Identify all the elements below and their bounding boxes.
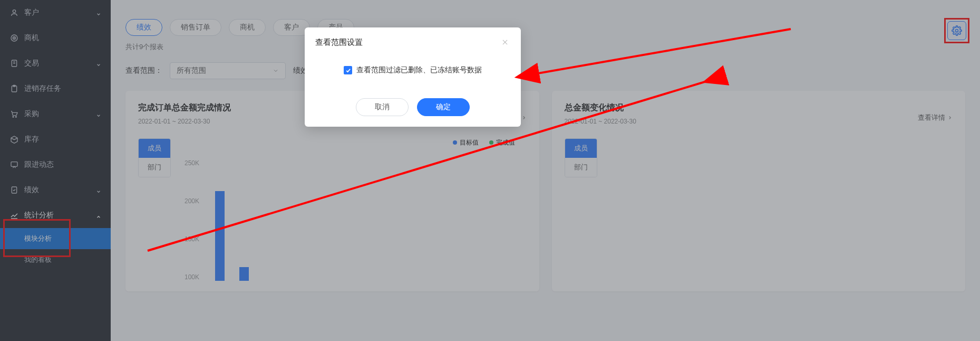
close-icon	[501, 39, 509, 46]
checkbox-label: 查看范围过滤已删除、已冻结账号数据	[356, 65, 482, 75]
modal-header: 查看范围设置	[305, 27, 521, 56]
close-button[interactable]	[500, 37, 510, 48]
filter-checkbox[interactable]	[344, 66, 352, 74]
modal-title: 查看范围设置	[315, 37, 363, 48]
modal-body: 查看范围过滤已删除、已冻结账号数据	[305, 56, 521, 91]
scope-settings-modal: 查看范围设置 查看范围过滤已删除、已冻结账号数据 取消 确定	[305, 27, 521, 127]
confirm-button[interactable]: 确定	[417, 98, 470, 116]
check-icon	[345, 68, 351, 73]
cancel-button[interactable]: 取消	[356, 98, 409, 116]
modal-footer: 取消 确定	[305, 91, 521, 127]
